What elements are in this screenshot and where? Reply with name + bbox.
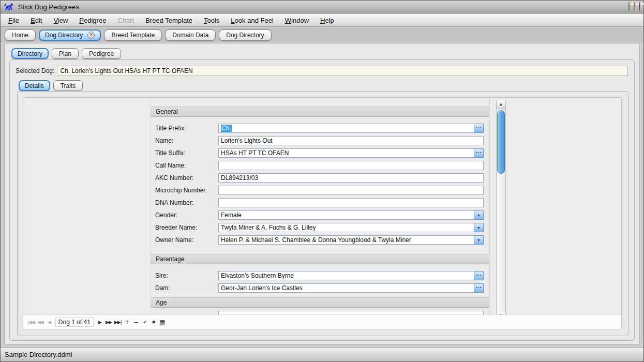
gender-input[interactable]: Female bbox=[218, 210, 474, 220]
form-row-title-prefix: Title Prefix:Ch.... bbox=[155, 124, 484, 133]
title-prefix-input[interactable]: Ch. bbox=[218, 124, 474, 133]
insert-record-button[interactable]: + bbox=[123, 319, 131, 326]
delete-record-button[interactable]: − bbox=[132, 319, 140, 326]
view-tab-plan-label: Plan bbox=[59, 50, 71, 57]
title-prefix-ellipsis-button[interactable]: ... bbox=[474, 124, 484, 133]
form-row-owner-name: Owner Name:Helen P. & Michael S. Chamble… bbox=[155, 235, 484, 245]
commit-record-button[interactable]: ✔ bbox=[141, 320, 149, 325]
field-label-gender: Gender: bbox=[155, 212, 218, 219]
selected-dog-field[interactable]: Ch. Lorien's Lights Out HSAs HT PT TC OF… bbox=[57, 66, 628, 76]
cancel-edit-button[interactable]: ✖ bbox=[149, 320, 158, 325]
menu-item-help[interactable]: Help bbox=[314, 15, 340, 26]
menu-item-chart: Chart bbox=[112, 15, 140, 26]
detail-tab-traits[interactable]: Traits bbox=[53, 80, 83, 91]
fast-forward-button[interactable]: ▶▶ bbox=[104, 320, 113, 325]
field-group-partial bbox=[218, 311, 484, 314]
section-rows-general: Title Prefix:Ch....Name:Lorien's Lights … bbox=[151, 117, 489, 251]
sire-ellipsis-button[interactable]: ... bbox=[474, 271, 484, 280]
fast-rewind-button: ◀◀ bbox=[36, 320, 44, 325]
akc-number-input[interactable]: DL894213/03 bbox=[218, 173, 484, 183]
field-group-name: Lorien's Lights Out bbox=[218, 136, 484, 145]
last-record-button[interactable]: ▶▶| bbox=[113, 320, 123, 325]
name-input[interactable]: Lorien's Lights Out bbox=[218, 136, 484, 145]
breeder-name-input[interactable]: Twyla Miner & A. Fuchs & G. Lilley bbox=[218, 223, 474, 232]
field-group-call-name bbox=[218, 161, 484, 170]
menu-item-tools[interactable]: Tools bbox=[198, 15, 225, 26]
view-tab-pedigree-label: Pedigree bbox=[89, 50, 114, 57]
window-controls bbox=[624, 2, 640, 11]
tab-dog-directory-2[interactable]: Dog Directory bbox=[219, 29, 271, 41]
dog-detail-form: GeneralTitle Prefix:Ch....Name:Lorien's … bbox=[151, 98, 490, 314]
view-tab-pedigree[interactable]: Pedigree bbox=[82, 48, 121, 59]
menu-item-pedigree[interactable]: Pedigree bbox=[73, 15, 112, 26]
scroll-down-button[interactable]: ▼ bbox=[497, 311, 505, 314]
form-row-call-name: Call Name: bbox=[155, 161, 484, 170]
menu-bar: FileEditViewPedigreeChartBreed TemplateT… bbox=[1, 14, 643, 27]
form-row-name: Name:Lorien's Lights Out bbox=[155, 136, 484, 145]
dam-ellipsis-button[interactable]: ... bbox=[474, 283, 484, 293]
tab-breed-template-label: Breed Template bbox=[111, 32, 155, 39]
partial-field-input[interactable] bbox=[218, 311, 484, 314]
view-tab-plan[interactable]: Plan bbox=[52, 48, 79, 59]
form-row-partial bbox=[155, 311, 484, 314]
close-button[interactable] bbox=[639, 2, 640, 11]
microchip-number-input[interactable] bbox=[218, 186, 484, 195]
menu-item-breed-template[interactable]: Breed Template bbox=[140, 15, 198, 26]
tab-domain-data[interactable]: Domain Data bbox=[165, 29, 216, 41]
close-tab-icon[interactable]: ✕ bbox=[87, 32, 95, 39]
minimize-button[interactable] bbox=[628, 2, 630, 11]
next-record-button[interactable]: ▶ bbox=[96, 320, 104, 325]
title-bar: Stick Dog Pedigrees bbox=[1, 1, 643, 13]
field-label-breeder-name: Breeder Name: bbox=[155, 224, 218, 231]
menu-item-window[interactable]: Window bbox=[279, 15, 314, 26]
tab-breed-template[interactable]: Breed Template bbox=[104, 29, 162, 41]
field-group-breeder-name: Twyla Miner & A. Fuchs & G. Lilley▼ bbox=[218, 223, 484, 232]
form-row-breeder-name: Breeder Name:Twyla Miner & A. Fuchs & G.… bbox=[155, 223, 484, 232]
field-label-name: Name: bbox=[155, 137, 218, 144]
view-tab-directory-label: Directory bbox=[18, 50, 42, 57]
form-row-microchip-number: Microchip Number: bbox=[155, 186, 484, 195]
details-tab-panel: GeneralTitle Prefix:Ch....Name:Lorien's … bbox=[17, 91, 628, 336]
scrollbar-thumb[interactable] bbox=[497, 110, 505, 174]
grid-view-button[interactable]: ▦ bbox=[158, 319, 167, 326]
tab-dog-directory[interactable]: Dog Directory✕ bbox=[39, 29, 101, 41]
selected-dog-row: Selected Dog: Ch. Lorien's Lights Out HS… bbox=[16, 65, 628, 76]
field-group-title-prefix: Ch.... bbox=[218, 124, 484, 133]
menu-item-look-and-feel[interactable]: Look and Feel bbox=[225, 15, 279, 26]
dna-number-input[interactable] bbox=[218, 198, 484, 207]
section-header-parentage: Parentage bbox=[151, 254, 489, 264]
title-suffix-input[interactable]: HSAs HT PT TC OFAEN bbox=[218, 148, 474, 158]
dam-input[interactable]: Geor-Jan Lorien's Ice Castles bbox=[218, 283, 474, 293]
breeder-name-dropdown-button[interactable]: ▼ bbox=[474, 223, 484, 232]
form-row-gender: Gender:Female▼ bbox=[155, 210, 484, 220]
section-rows-age bbox=[151, 308, 489, 314]
section-header-age: Age bbox=[151, 297, 489, 308]
field-label-title-suffix: Title Suffix: bbox=[155, 149, 218, 157]
title-suffix-ellipsis-button[interactable]: ... bbox=[474, 148, 484, 158]
detail-tab-details[interactable]: Details bbox=[19, 80, 50, 91]
record-navigator: |◀◀◀◀◀Dog 1 of 41▶▶▶▶▶|+−✔✖▦ bbox=[23, 314, 621, 329]
view-tab-strip: DirectoryPlanPedigree bbox=[11, 48, 121, 59]
record-scroll-panel: GeneralTitle Prefix:Ch....Name:Lorien's … bbox=[23, 97, 622, 329]
scroll-up-button[interactable]: ▲ bbox=[497, 100, 505, 109]
field-group-microchip-number bbox=[218, 186, 484, 195]
menu-item-view[interactable]: View bbox=[48, 15, 73, 26]
stick-dog-app-icon bbox=[4, 2, 14, 12]
tab-home[interactable]: Home bbox=[5, 29, 36, 41]
gender-dropdown-button[interactable]: ▼ bbox=[474, 210, 484, 220]
maximize-button[interactable] bbox=[634, 2, 635, 11]
status-text: Sample Directory.ddml bbox=[5, 351, 72, 358]
menu-item-file[interactable]: File bbox=[3, 15, 25, 26]
owner-name-dropdown-button[interactable]: ▼ bbox=[474, 235, 484, 245]
selected-dog-label: Selected Dog: bbox=[16, 67, 54, 74]
field-label-akc-number: AKC Number: bbox=[155, 174, 218, 182]
view-tab-directory[interactable]: Directory bbox=[11, 48, 49, 59]
owner-name-input[interactable]: Helen P. & Michael S. Chamblee & Donna Y… bbox=[218, 235, 474, 245]
form-row-dna-number: DNA Number: bbox=[155, 198, 484, 207]
menu-item-edit[interactable]: Edit bbox=[25, 15, 48, 26]
vertical-scrollbar[interactable]: ▲ ▼ bbox=[496, 100, 506, 314]
sire-input[interactable]: Elvaston's Southern Byrne bbox=[218, 271, 474, 280]
call-name-input[interactable] bbox=[218, 161, 484, 170]
status-bar: Sample Directory.ddml bbox=[1, 347, 643, 361]
field-label-microchip-number: Microchip Number: bbox=[155, 187, 218, 194]
